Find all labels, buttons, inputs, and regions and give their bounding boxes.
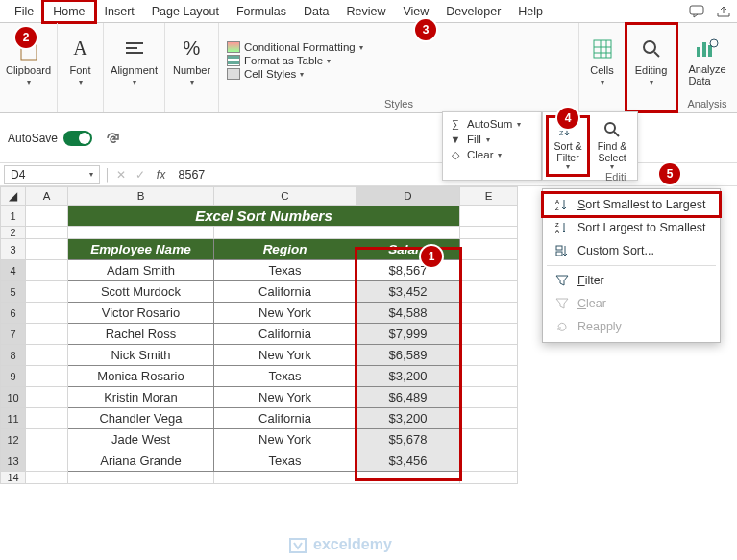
row-9[interactable]: 9 <box>1 366 26 387</box>
percent-icon: % <box>179 36 206 62</box>
alignment-button[interactable]: Alignment▾ <box>111 27 158 94</box>
cell[interactable]: Adam Smith <box>68 260 214 281</box>
cell[interactable]: Ariana Grande <box>68 450 214 472</box>
cell[interactable]: California <box>214 324 356 345</box>
tab-insert[interactable]: Insert <box>96 2 143 21</box>
header-salary: Salary <box>356 239 460 260</box>
menu-sort-largest-to-smallest[interactable]: ZA Sort Largest to Smallest <box>543 216 720 239</box>
number-label: Number <box>173 64 210 76</box>
cell[interactable]: California <box>214 408 356 429</box>
col-a[interactable]: A <box>26 187 68 206</box>
cell[interactable]: Jade West <box>68 429 214 450</box>
svg-point-8 <box>710 39 718 47</box>
row-3[interactable]: 3 <box>1 239 26 260</box>
row-12[interactable]: 12 <box>1 429 26 450</box>
select-all-cell[interactable]: ◢ <box>1 187 26 206</box>
cell[interactable]: $4,588 <box>356 303 460 324</box>
col-d[interactable]: D <box>356 187 460 206</box>
enter-icon[interactable]: ✓ <box>131 168 150 182</box>
row-2[interactable]: 2 <box>1 227 26 239</box>
cell[interactable]: $5,678 <box>356 429 460 450</box>
menu-filter[interactable]: Filter <box>543 269 720 292</box>
row-5[interactable]: 5 <box>1 281 26 303</box>
row-14[interactable]: 14 <box>1 472 26 484</box>
cell[interactable]: Nick Smith <box>68 345 214 366</box>
number-button[interactable]: % Number▾ <box>169 27 215 94</box>
tab-file[interactable]: File <box>6 2 42 21</box>
conditional-formatting-button[interactable]: Conditional Formatting ▾ <box>227 41 363 53</box>
font-icon: A <box>67 36 94 62</box>
cell[interactable]: $3,456 <box>356 450 460 472</box>
cell[interactable]: Rachel Ross <box>68 324 214 345</box>
autosum-button[interactable]: ∑AutoSum ▾ <box>449 116 535 132</box>
name-box[interactable]: D4▾ <box>4 165 100 184</box>
cell[interactable]: $3,200 <box>356 408 460 429</box>
tab-home[interactable]: Home <box>42 0 95 23</box>
comments-icon[interactable] <box>685 2 708 21</box>
cell[interactable]: Scott Murdock <box>68 281 214 303</box>
col-b[interactable]: B <box>68 187 214 206</box>
tab-data[interactable]: Data <box>295 2 337 21</box>
cell[interactable]: $6,589 <box>356 345 460 366</box>
cell[interactable]: Texas <box>214 450 356 472</box>
svg-rect-7 <box>708 45 712 57</box>
cancel-icon[interactable]: ✕ <box>111 168 131 182</box>
col-e[interactable]: E <box>460 187 518 206</box>
cell[interactable]: $7,999 <box>356 324 460 345</box>
custom-sort-icon <box>554 243 570 258</box>
row-11[interactable]: 11 <box>1 408 26 429</box>
cell[interactable]: Kristin Moran <box>68 387 214 408</box>
menu-custom-sort[interactable]: Custom Sort... <box>543 239 720 262</box>
tab-developer[interactable]: Developer <box>437 2 509 21</box>
row-10[interactable]: 10 <box>1 387 26 408</box>
cell[interactable]: New York <box>214 387 356 408</box>
cell-styles-icon <box>227 68 240 80</box>
cells-icon <box>589 36 616 62</box>
row-13[interactable]: 13 <box>1 450 26 472</box>
cell[interactable]: $8,567 <box>356 260 460 281</box>
cell[interactable]: $3,452 <box>356 281 460 303</box>
row-4[interactable]: 4 <box>1 260 26 281</box>
sort-desc-icon: ZA <box>554 220 570 235</box>
analysis-group-label: Analysis <box>688 96 727 112</box>
cell[interactable]: $6,489 <box>356 387 460 408</box>
row-8[interactable]: 8 <box>1 345 26 366</box>
tab-help[interactable]: Help <box>509 2 552 21</box>
cells-button[interactable]: Cells▾ <box>579 27 626 94</box>
cell[interactable]: $3,200 <box>356 366 460 387</box>
cell[interactable]: Chandler Vega <box>68 408 214 429</box>
clear-button[interactable]: ◇Clear ▾ <box>449 147 535 162</box>
cell[interactable]: New York <box>214 429 356 450</box>
row-6[interactable]: 6 <box>1 303 26 324</box>
cell[interactable]: New York <box>214 303 356 324</box>
tab-view[interactable]: View <box>394 2 437 21</box>
tab-page-layout[interactable]: Page Layout <box>143 2 228 21</box>
row-1[interactable]: 1 <box>1 206 26 227</box>
col-c[interactable]: C <box>214 187 356 206</box>
tab-review[interactable]: Review <box>337 2 394 21</box>
menu-sort-smallest-to-largest[interactable]: AZ Sort Smallest to Largest <box>543 193 720 216</box>
cell[interactable]: Monica Rosario <box>68 366 214 387</box>
styles-group-label: Styles <box>384 96 413 112</box>
analyze-data-button[interactable]: Analyze Data <box>684 27 730 94</box>
autosave-toggle[interactable] <box>63 131 92 146</box>
cell-styles-button[interactable]: Cell Styles ▾ <box>227 68 363 80</box>
cell[interactable]: Texas <box>214 366 356 387</box>
cell[interactable]: Victor Rosario <box>68 303 214 324</box>
autosave-label: AutoSave <box>8 132 58 145</box>
cell[interactable]: California <box>214 281 356 303</box>
cells-label: Cells <box>590 64 613 76</box>
fx-icon[interactable]: fx <box>150 168 173 182</box>
row-7[interactable]: 7 <box>1 324 26 345</box>
format-as-table-button[interactable]: Format as Table ▾ <box>227 55 363 66</box>
tab-formulas[interactable]: Formulas <box>228 2 295 21</box>
editing-button[interactable]: Editing▾ <box>628 27 675 94</box>
font-button[interactable]: A Font▾ <box>58 27 104 94</box>
redo-icon[interactable] <box>104 130 121 147</box>
cell[interactable]: Texas <box>214 260 356 281</box>
share-icon[interactable] <box>712 2 735 21</box>
find-select-button[interactable]: Find & Select▾ <box>591 116 633 176</box>
cell[interactable]: New York <box>214 345 356 366</box>
sort-filter-menu: AZ Sort Smallest to Largest ZA Sort Larg… <box>542 188 721 343</box>
fill-button[interactable]: ▼Fill ▾ <box>449 132 535 147</box>
